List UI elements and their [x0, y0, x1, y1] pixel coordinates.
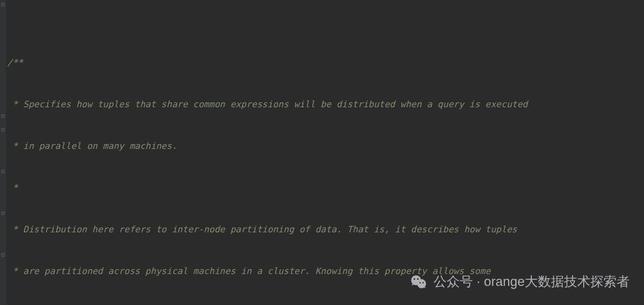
code-line: * in parallel on many machines. [7, 139, 644, 152]
code-line: * Distribution here refers to inter-node… [7, 222, 644, 236]
fold-marker-icon[interactable]: ⊟ [1, 113, 5, 119]
fold-gutter: ⊟ ⊟ ⊟ ⊟ ⊟ ⊟ [0, 0, 6, 305]
svg-point-3 [417, 278, 419, 280]
code-line: * Specifies how tuples that share common… [7, 97, 644, 111]
fold-marker-icon[interactable]: ⊟ [1, 169, 5, 175]
svg-point-4 [419, 282, 420, 284]
code-line: /** [7, 55, 644, 69]
svg-point-1 [417, 279, 426, 288]
svg-point-5 [422, 282, 423, 284]
code-editor[interactable]: ⊟ ⊟ ⊟ ⊟ ⊟ ⊟ /** * Specifies how tuples t… [0, 0, 644, 305]
fold-marker-icon[interactable]: ⊟ [1, 127, 5, 133]
code-line: * are partitioned across physical machin… [7, 264, 644, 278]
code-line: * [7, 180, 644, 194]
fold-marker-icon[interactable]: ⊟ [1, 210, 5, 216]
fold-marker-icon[interactable]: ⊟ [1, 2, 5, 8]
fold-marker-icon[interactable]: ⊟ [1, 252, 5, 258]
svg-point-2 [414, 278, 416, 280]
